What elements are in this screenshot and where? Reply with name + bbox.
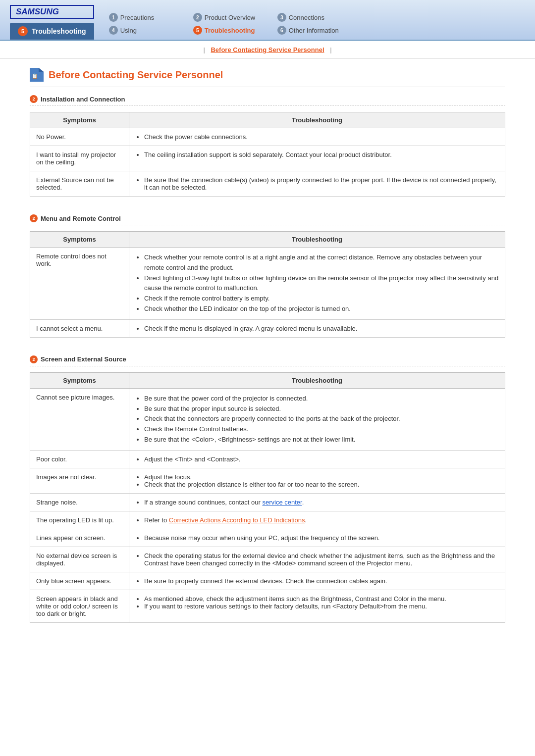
tip-cell: Check if the menu is displayed in gray. … bbox=[129, 319, 505, 337]
tip-cell: Adjust the focus. Check that the project… bbox=[129, 468, 505, 493]
table-row: Only blue screen appears. Be sure to pro… bbox=[30, 572, 505, 590]
tip-cell: If a strange sound continues, contact ou… bbox=[129, 493, 505, 511]
tip-cell: Check whether your remote control is at … bbox=[129, 248, 505, 320]
samsung-logo: SAMSUNG bbox=[10, 5, 94, 19]
nav-label-other-info: Other Information bbox=[289, 27, 339, 34]
symptom-cell: Images are not clear. bbox=[30, 468, 129, 493]
symptom-cell: Poor color. bbox=[30, 450, 129, 468]
col-troubleshooting-3: Troubleshooting bbox=[129, 372, 505, 388]
led-actions-link[interactable]: Corrective Actions According to LED Indi… bbox=[169, 516, 305, 524]
page-title: Before Contacting Service Personnel bbox=[49, 69, 223, 81]
nav-item-troubleshooting[interactable]: 5 Troubleshooting bbox=[193, 26, 272, 35]
breadcrumb-separator-left: | bbox=[203, 46, 205, 53]
table-row: Strange noise. If a strange sound contin… bbox=[30, 493, 505, 511]
section-screen-title: 2 Screen and External Source bbox=[30, 355, 505, 366]
table-row: Poor color. Adjust the <Tint> and <Contr… bbox=[30, 450, 505, 468]
active-section-label: Troubleshooting bbox=[32, 27, 86, 35]
nav-item-product-overview[interactable]: 2 Product Overview bbox=[193, 13, 272, 22]
table-row: No Power. Check the power cable connecti… bbox=[30, 128, 505, 146]
tip-cell: Because noise may occur when using your … bbox=[129, 529, 505, 547]
table-row: Remote control does not work. Check whet… bbox=[30, 248, 505, 320]
table-row: Screen appears in black and white or odd… bbox=[30, 590, 505, 622]
symptom-cell: External Source can not be selected. bbox=[30, 171, 129, 197]
symptom-cell: I cannot select a menu. bbox=[30, 319, 129, 337]
installation-table: Symptoms Troubleshooting No Power. Check… bbox=[30, 112, 505, 197]
col-troubleshooting-1: Troubleshooting bbox=[129, 112, 505, 128]
breadcrumb-link[interactable]: Before Contacting Service Personnel bbox=[211, 46, 324, 53]
table-row: Cannot see picture images. Be sure that … bbox=[30, 388, 505, 450]
tip-cell: Be sure that the power cord of the proje… bbox=[129, 388, 505, 450]
section-bullet-1: 2 bbox=[30, 95, 38, 103]
section-bullet-2: 2 bbox=[30, 214, 38, 222]
breadcrumb: | Before Contacting Service Personnel | bbox=[0, 41, 535, 59]
table-row: No external device screen is displayed. … bbox=[30, 547, 505, 572]
top-header: SAMSUNG 5 Troubleshooting 1 Precautions … bbox=[0, 0, 535, 41]
table-row: The operating LED is lit up. Refer to Co… bbox=[30, 511, 505, 529]
table-row: I want to install my projector on the ce… bbox=[30, 146, 505, 171]
nav-item-other-info[interactable]: 6 Other Information bbox=[277, 26, 357, 35]
screen-table: Symptoms Troubleshooting Cannot see pict… bbox=[30, 372, 505, 623]
service-center-link[interactable]: service center bbox=[262, 499, 302, 506]
tip-cell: Refer to Corrective Actions According to… bbox=[129, 511, 505, 529]
section-installation-title: 2 Installation and Connection bbox=[30, 95, 505, 106]
table-row: Lines appear on screen. Because noise ma… bbox=[30, 529, 505, 547]
active-section-tab[interactable]: 5 Troubleshooting bbox=[10, 23, 94, 40]
section-installation: 2 Installation and Connection Symptoms T… bbox=[0, 87, 535, 206]
nav-label-connections: Connections bbox=[289, 14, 324, 21]
breadcrumb-separator-right: | bbox=[330, 46, 331, 53]
col-symptoms-2: Symptoms bbox=[30, 232, 129, 248]
page-title-icon: 📋 bbox=[30, 68, 44, 82]
svg-text:📋: 📋 bbox=[32, 73, 38, 79]
table-row: Images are not clear. Adjust the focus. … bbox=[30, 468, 505, 493]
symptom-cell: I want to install my projector on the ce… bbox=[30, 146, 129, 171]
symptom-cell: Strange noise. bbox=[30, 493, 129, 511]
symptom-cell: Lines appear on screen. bbox=[30, 529, 129, 547]
symptom-cell: Remote control does not work. bbox=[30, 248, 129, 320]
col-troubleshooting-2: Troubleshooting bbox=[129, 232, 505, 248]
symptom-cell: The operating LED is lit up. bbox=[30, 511, 129, 529]
tip-cell: Check the power cable connections. bbox=[129, 128, 505, 146]
active-section-num: 5 bbox=[18, 26, 28, 36]
page-title-section: 📋 Before Contacting Service Personnel bbox=[0, 59, 535, 87]
col-symptoms-3: Symptoms bbox=[30, 372, 129, 388]
table-row: I cannot select a menu. Check if the men… bbox=[30, 319, 505, 337]
menu-table: Symptoms Troubleshooting Remote control … bbox=[30, 231, 505, 338]
symptom-cell: Screen appears in black and white or odd… bbox=[30, 590, 129, 622]
tip-cell: The ceiling installation support is sold… bbox=[129, 146, 505, 171]
symptom-cell: No external device screen is displayed. bbox=[30, 547, 129, 572]
nav-label-precautions: Precautions bbox=[120, 14, 155, 21]
symptom-cell: Cannot see picture images. bbox=[30, 388, 129, 450]
section-bullet-3: 2 bbox=[30, 355, 38, 363]
symptom-cell: No Power. bbox=[30, 128, 129, 146]
nav-label-using: Using bbox=[120, 27, 137, 34]
tip-cell: Be sure to properly connect the external… bbox=[129, 572, 505, 590]
tip-cell: Check the operating status for the exter… bbox=[129, 547, 505, 572]
nav-item-connections[interactable]: 3 Connections bbox=[277, 13, 357, 22]
section-menu: 2 Menu and Remote Control Symptoms Troub… bbox=[0, 206, 535, 348]
nav-item-using[interactable]: 4 Using bbox=[109, 26, 188, 35]
nav-label-troubleshooting: Troubleshooting bbox=[205, 27, 255, 34]
table-row: External Source can not be selected. Be … bbox=[30, 171, 505, 197]
symptom-cell: Only blue screen appears. bbox=[30, 572, 129, 590]
tip-cell: As mentioned above, check the adjustment… bbox=[129, 590, 505, 622]
section-screen: 2 Screen and External Source Symptoms Tr… bbox=[0, 348, 535, 638]
nav-item-precautions[interactable]: 1 Precautions bbox=[109, 13, 188, 22]
col-symptoms-1: Symptoms bbox=[30, 112, 129, 128]
tip-cell: Be sure that the connection cable(s) (vi… bbox=[129, 171, 505, 197]
nav-label-product-overview: Product Overview bbox=[205, 14, 256, 21]
tip-cell: Adjust the <Tint> and <Contrast>. bbox=[129, 450, 505, 468]
section-menu-title: 2 Menu and Remote Control bbox=[30, 214, 505, 225]
